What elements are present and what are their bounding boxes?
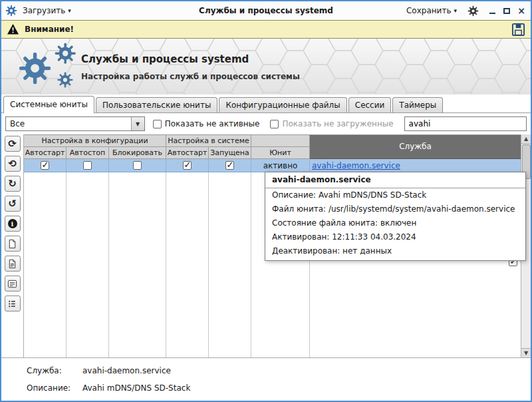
tab-sessions[interactable]: Сессии [348, 97, 392, 112]
tooltip-activated: Активирован: 12:11:33 04.03.2024 [265, 230, 525, 244]
minimize-icon [489, 13, 495, 14]
filter-row: Все ▼ Показать не активные Показать не з… [1, 113, 531, 134]
window-controls: × [487, 5, 527, 16]
info-icon: i [8, 219, 17, 228]
hexagon-pattern [1, 39, 531, 95]
header-banner: Службы и процессы systemd Настройка рабо… [1, 39, 531, 95]
tab-timers[interactable]: Таймеры [392, 97, 443, 112]
group-header-config: Настройка в конфигурации [24, 135, 166, 147]
tooltip-deactivated: Деактивирован: нет данных [265, 244, 525, 260]
table-header: Настройка в конфигурации Автостарт Автос… [24, 134, 521, 159]
titlebar: Загрузить ▾ Службы и процессы systemd Со… [1, 1, 531, 20]
group-header-empty [251, 135, 310, 147]
column-header-unit[interactable]: Юнит [251, 147, 310, 159]
unit-state: активно [251, 159, 310, 172]
close-button[interactable]: × [516, 5, 527, 16]
autostop-checkbox[interactable] [83, 161, 92, 170]
table-row[interactable]: активно avahi-daemon.service [24, 159, 521, 172]
status-panel: Служба: avahi-daemon.service Описание: A… [1, 358, 531, 399]
save-file-icon[interactable] [511, 23, 525, 37]
column-header-service[interactable]: Служба [310, 135, 521, 159]
save-menu-button[interactable]: Сохранить ▾ [401, 4, 462, 17]
undo-icon: ↺ [8, 198, 17, 210]
warning-text: Внимание! [25, 25, 74, 34]
tab-bar: Системные юниты Пользовательские юниты К… [1, 95, 531, 112]
tooltip-title: avahi-daemon.service [265, 172, 525, 188]
block-checkbox[interactable] [133, 161, 142, 170]
show-inactive-checkbox[interactable]: Показать не активные [153, 119, 260, 128]
running-checkbox[interactable] [225, 161, 234, 170]
page-subtitle: Настройка работы служб и процессов систе… [81, 72, 300, 81]
maximize-button[interactable] [501, 5, 512, 16]
app-window: Загрузить ▾ Службы и процессы systemd Со… [0, 0, 532, 402]
tab-system-units[interactable]: Системные юниты [3, 96, 94, 113]
scroll-down-button[interactable]: ▼ [521, 348, 531, 357]
column-header-autostart-config[interactable]: Автостарт [24, 147, 66, 159]
service-tooltip: avahi-daemon.service Описание: Avahi mDN… [265, 172, 526, 261]
search-input[interactable] [404, 116, 527, 131]
dropdown-value: Все [6, 119, 131, 128]
service-link[interactable]: avahi-daemon.service [312, 161, 400, 170]
app-gear-icon [5, 5, 17, 17]
journal-button[interactable] [5, 276, 21, 292]
tab-config-files[interactable]: Конфигурационные файлы [219, 97, 346, 112]
unit-file-button[interactable] [5, 236, 21, 252]
description-value: Avahi mDNS/DNS SD-Stack [82, 382, 190, 394]
gears-logo [16, 43, 80, 92]
refresh-button[interactable]: ⟳ [5, 136, 21, 152]
chevron-down-icon: ▼ [136, 121, 140, 127]
service-label: Служба: [27, 365, 82, 377]
show-inactive-label: Показать не активные [165, 119, 260, 128]
column-header-autostart-system[interactable]: Автостарт [166, 147, 209, 159]
minimize-button[interactable] [487, 5, 497, 16]
description-label: Описание: [27, 382, 82, 394]
journal-icon [7, 279, 17, 289]
show-unloaded-checkbox[interactable]: Показать не загруженные [270, 119, 393, 128]
tooltip-description: Описание: Avahi mDNS/DNS SD-Stack [265, 188, 525, 202]
chevron-down-icon: ▾ [454, 7, 457, 14]
settings-gear-icon[interactable] [467, 5, 479, 17]
load-menu-label: Загрузить [23, 6, 65, 15]
file-icon [7, 239, 17, 249]
page-title: Службы и процессы systemd [81, 53, 249, 65]
tooltip-unit-file-state: Состояние файла юнита: включен [265, 216, 525, 230]
dependencies-button[interactable] [5, 296, 21, 311]
autostart-system-checkbox[interactable] [183, 161, 192, 170]
restart-button[interactable]: ↻ [5, 176, 21, 192]
chevron-down-icon: ▾ [68, 7, 71, 14]
daemon-reload-button[interactable]: ⟲ [5, 156, 21, 172]
autostart-config-checkbox[interactable] [41, 161, 49, 170]
warning-icon [7, 23, 19, 35]
scroll-up-button[interactable]: ▲ [521, 134, 531, 144]
unit-type-dropdown[interactable]: Все ▼ [5, 116, 145, 131]
tooltip-unit-file: Файл юнита: /usr/lib/systemd/system/avah… [265, 202, 525, 216]
column-header-block[interactable]: Блокировать [109, 147, 166, 159]
service-value: avahi-daemon.service [82, 365, 171, 377]
dropdown-arrow-button[interactable]: ▼ [131, 117, 144, 130]
left-toolbar: ⟳ ⟲ ↻ ↺ i [1, 134, 23, 357]
save-menu-label: Сохранить [406, 6, 452, 15]
refresh-icon: ⟳ [8, 138, 17, 150]
edit-unit-button[interactable] [5, 256, 21, 272]
revert-button[interactable]: ↺ [5, 196, 21, 212]
load-menu-button[interactable]: Загрузить ▾ [17, 4, 76, 17]
file-text-icon [7, 259, 17, 269]
warning-bar: Внимание! [1, 20, 531, 39]
maximize-icon [503, 8, 510, 14]
checkbox-icon [270, 120, 279, 128]
info-button[interactable]: i [5, 216, 21, 232]
column-header-running[interactable]: Запущена [209, 147, 251, 159]
group-header-system: Настройка в системе [166, 135, 251, 147]
checkbox-icon [153, 120, 162, 128]
tab-user-units[interactable]: Пользовательские юниты [96, 97, 217, 112]
show-unloaded-label: Показать не загруженные [282, 119, 393, 128]
list-icon [7, 299, 17, 309]
restart-icon: ↻ [8, 178, 17, 190]
reload-icon: ⟲ [8, 158, 17, 170]
column-header-autostop[interactable]: Автостоп [66, 147, 109, 159]
